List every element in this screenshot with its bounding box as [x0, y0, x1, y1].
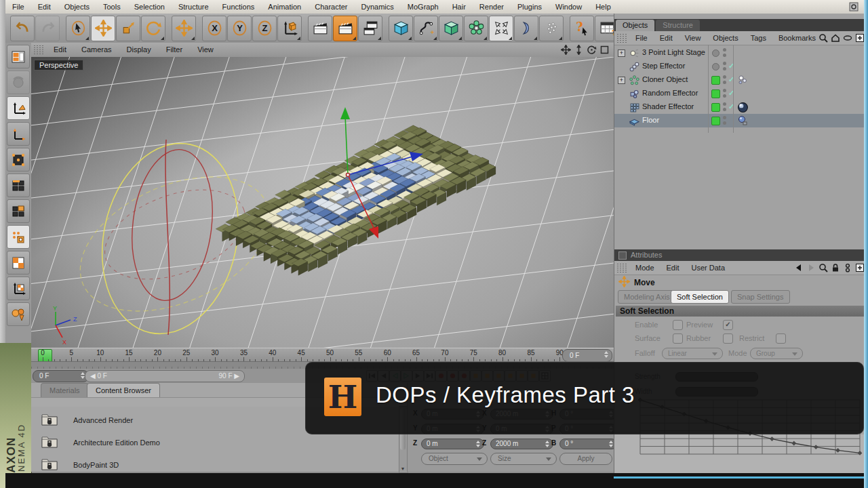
coords-object-dropdown[interactable]: Object: [421, 453, 488, 465]
forward-arrow-icon[interactable]: [805, 262, 817, 273]
menu-mograph[interactable]: MoGraph: [401, 0, 446, 14]
undo-button[interactable]: [10, 16, 35, 41]
menu-functions[interactable]: Functions: [216, 0, 262, 14]
viewport-canvas[interactable]: YZX Perspective: [31, 57, 614, 348]
om-menu-edit[interactable]: Edit: [654, 34, 679, 42]
om-menu-view[interactable]: View: [679, 34, 707, 42]
tab-structure[interactable]: Structure: [656, 20, 700, 31]
menu-window[interactable]: Window: [549, 0, 589, 14]
menu-file[interactable]: File: [5, 0, 31, 14]
lock-x-axis-button[interactable]: X: [202, 16, 226, 41]
mode-dropdown[interactable]: Group: [750, 348, 803, 359]
menu-hair[interactable]: Hair: [446, 0, 473, 14]
om-menu-tags[interactable]: Tags: [745, 34, 772, 42]
expand-toggle[interactable]: +: [618, 77, 625, 84]
rotate-tool-button[interactable]: [141, 16, 165, 41]
scale-tool-button[interactable]: [116, 16, 140, 41]
render-settings-button[interactable]: [333, 16, 357, 41]
tab-objects[interactable]: Objects: [616, 20, 654, 31]
object-axis-button[interactable]: [7, 302, 30, 326]
attr-menu-edit[interactable]: Edit: [660, 264, 686, 272]
soft-selection-section-header[interactable]: Soft Selection: [616, 306, 868, 317]
search-icon[interactable]: [817, 33, 829, 43]
expand-toggle[interactable]: +: [618, 49, 625, 57]
texture-axis-button[interactable]: [7, 277, 30, 300]
timeline-playhead[interactable]: [38, 349, 52, 362]
orbit-icon[interactable]: [585, 44, 598, 56]
pan-icon[interactable]: [559, 44, 572, 56]
add-primitive-button[interactable]: [389, 16, 413, 41]
menu-plugins[interactable]: Plugins: [511, 0, 549, 14]
scrollbar-down-arrow[interactable]: ▼: [399, 466, 406, 472]
enable-toggle[interactable]: [711, 103, 720, 112]
field-spinner[interactable]: [609, 441, 614, 447]
coords-field-2-0[interactable]: 0 m: [421, 439, 484, 449]
checkbox-surface[interactable]: [673, 333, 683, 344]
viewport-menu-filter[interactable]: Filter: [159, 43, 190, 57]
list-item-architecture-edition-demo[interactable]: Architecture Edition Demo: [41, 432, 312, 453]
enable-toggle[interactable]: [712, 49, 719, 57]
add-deformer-button[interactable]: [514, 16, 538, 41]
dolly-icon[interactable]: [572, 44, 585, 56]
maximize-icon[interactable]: [598, 44, 611, 56]
object-row-shader-effector[interactable]: Shader Effector✓: [614, 100, 868, 114]
last-tool-button[interactable]: [172, 16, 196, 41]
viewport-menu-display[interactable]: Display: [119, 43, 159, 57]
edges-mode-button[interactable]: [7, 174, 30, 197]
viewport-menu-cameras[interactable]: Cameras: [74, 43, 119, 57]
falloff-dropdown[interactable]: Linear: [662, 348, 723, 359]
om-menu-file[interactable]: File: [629, 34, 654, 42]
make-editable-button[interactable]: [7, 96, 30, 120]
field-spinner[interactable]: [476, 441, 481, 447]
live-selection-button[interactable]: [66, 16, 90, 41]
object-row-cloner-object[interactable]: +Cloner Object✓: [614, 73, 868, 87]
enable-toggle[interactable]: [711, 76, 720, 85]
lock-y-axis-button[interactable]: Y: [227, 16, 252, 41]
coords-size-dropdown[interactable]: Size: [490, 453, 557, 465]
model-mode-button[interactable]: [7, 122, 30, 146]
om-menu-objects[interactable]: Objects: [707, 34, 744, 42]
menu-tools[interactable]: Tools: [96, 0, 127, 14]
frame-spinner[interactable]: [604, 351, 609, 358]
back-arrow-icon[interactable]: [793, 262, 805, 273]
end-frame-field[interactable]: 0 F: [562, 349, 612, 362]
viewport-menu-edit[interactable]: Edit: [46, 43, 74, 57]
tab-soft-selection[interactable]: Soft Selection: [671, 290, 729, 304]
coordinate-system-button[interactable]: [277, 16, 302, 41]
attr-menu-user-data[interactable]: User Data: [686, 264, 732, 272]
object-row-3-point-light-stage[interactable]: +3 Point Light Stage: [614, 46, 868, 60]
object-row-step-effector[interactable]: Step Effector✓: [614, 60, 868, 73]
checkbox-rubber[interactable]: [723, 333, 733, 344]
render-view-button[interactable]: [308, 16, 332, 41]
home-icon[interactable]: [829, 33, 842, 43]
enable-toggle[interactable]: [711, 89, 720, 98]
users-icon[interactable]: [842, 262, 854, 273]
list-item-advanced-render[interactable]: Advanced Render: [41, 410, 312, 430]
menu-render[interactable]: Render: [473, 0, 511, 14]
attr-menu-mode[interactable]: Mode: [629, 264, 660, 272]
search-icon[interactable]: [817, 262, 829, 273]
field-spinner[interactable]: [545, 441, 550, 447]
lock-z-axis-button[interactable]: Z: [252, 16, 277, 41]
polygons-mode-button[interactable]: [7, 199, 30, 223]
panel-grip[interactable]: [616, 33, 627, 43]
enable-toggle[interactable]: [711, 117, 720, 125]
apply-button[interactable]: Apply: [559, 453, 612, 465]
menu-structure[interactable]: Structure: [172, 0, 216, 14]
panel-grip[interactable]: [616, 263, 627, 272]
add-mograph-button[interactable]: [464, 16, 488, 41]
texture-button[interactable]: [7, 251, 30, 274]
add-particles-button[interactable]: [539, 16, 564, 41]
render-queue-button[interactable]: [358, 16, 382, 41]
layout-manager-button[interactable]: [7, 45, 30, 68]
texture-mode-button[interactable]: [7, 225, 30, 249]
mograph-tag-icon[interactable]: [737, 75, 748, 88]
panel-grip[interactable]: [33, 45, 44, 55]
checkbox-restrict[interactable]: [776, 333, 786, 344]
add-spline-button[interactable]: +: [414, 16, 438, 41]
menu-animation[interactable]: Animation: [261, 0, 308, 14]
coords-field-2-2[interactable]: 0 °: [559, 439, 617, 449]
checkbox-preview[interactable]: ✓: [723, 320, 733, 330]
list-item-bodypaint-3d[interactable]: BodyPaint 3D: [41, 455, 312, 475]
menu-help[interactable]: Help: [589, 0, 618, 14]
